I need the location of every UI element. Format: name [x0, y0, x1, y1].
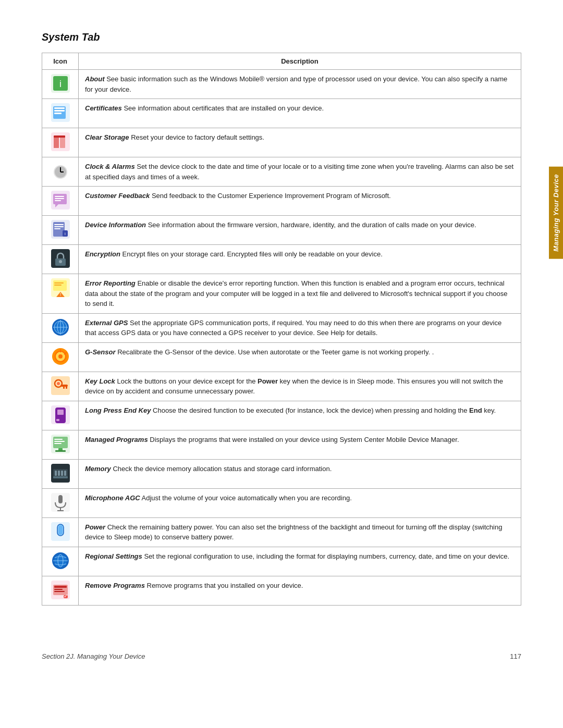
- item-name-11: Long Press End Key: [85, 406, 151, 414]
- clear-storage-icon-img: [51, 132, 70, 151]
- key-lock-icon: [42, 372, 79, 401]
- table-row: ✓Remove Programs Remove programs that yo…: [42, 576, 521, 605]
- power-icon: [42, 517, 79, 547]
- svg-text:i: i: [59, 79, 62, 89]
- svg-rect-27: [54, 228, 60, 229]
- item-name-4: Customer Feedback: [85, 192, 150, 200]
- memory-icon: [42, 459, 79, 488]
- page-title: System Tab: [42, 31, 521, 43]
- desc-cell-6: Encryption Encrypt files on your storage…: [79, 245, 521, 274]
- svg-rect-62: [54, 441, 65, 442]
- long-press-end-key-icon-img: [51, 405, 70, 424]
- table-row: Memory Check the device memory allocatio…: [42, 459, 521, 488]
- svg-rect-69: [58, 471, 60, 476]
- microphone-agc-icon: [42, 488, 79, 517]
- managed-programs-icon: [42, 430, 79, 459]
- svg-rect-88: [54, 591, 65, 592]
- desc-cell-13: Memory Check the device memory allocatio…: [79, 459, 521, 488]
- svg-rect-60: [53, 437, 68, 448]
- item-name-16: Regional Settings: [85, 552, 142, 560]
- external-gps-icon: [42, 313, 79, 342]
- g-sensor-icon-img: [51, 347, 70, 366]
- footer: Section 2J. Managing Your Device 117: [0, 637, 563, 671]
- customer-feedback-icon-img: [51, 191, 70, 209]
- certificates-icon: [42, 99, 79, 128]
- item-name-10: Key Lock: [85, 377, 115, 385]
- regional-settings-icon: [42, 547, 79, 576]
- svg-rect-65: [55, 450, 66, 452]
- svg-rect-79: [58, 525, 63, 535]
- desc-cell-15: Power Check the remaining battery power.…: [79, 517, 521, 547]
- encryption-icon: [42, 245, 79, 274]
- col-header-desc: Description: [79, 53, 521, 70]
- desc-cell-1: Certificates See information about certi…: [79, 99, 521, 128]
- error-reporting-icon: !: [42, 274, 79, 314]
- svg-rect-53: [66, 386, 67, 389]
- table-row: G-Sensor Recalibrate the G-Sensor of the…: [42, 342, 521, 372]
- table-row: Certificates See information about certi…: [42, 99, 521, 128]
- svg-text:i: i: [65, 231, 66, 236]
- table-row: Long Press End Key Choose the desired fu…: [42, 401, 521, 430]
- device-information-icon-img: i: [51, 220, 70, 239]
- desc-cell-0: About See basic information such as the …: [79, 70, 521, 99]
- error-reporting-icon-img: !: [51, 278, 70, 297]
- clock-alarms-icon: [42, 157, 79, 187]
- external-gps-icon-img: [51, 318, 70, 337]
- table-row: Encryption Encrypt files on your storage…: [42, 245, 521, 274]
- item-name-7: Error Reporting: [85, 279, 136, 287]
- sidebar-tab: Managing Your Device: [549, 167, 563, 259]
- svg-rect-87: [54, 589, 63, 590]
- g-sensor-icon: [42, 342, 79, 372]
- svg-rect-7: [54, 113, 62, 114]
- clear-storage-icon: [42, 128, 79, 157]
- svg-rect-6: [54, 110, 65, 112]
- svg-rect-26: [54, 226, 64, 227]
- clock-alarms-icon-img: [51, 162, 70, 180]
- item-name-14: Microphone AGC: [85, 494, 140, 502]
- svg-rect-25: [54, 224, 64, 225]
- main-table: Icon Description iAbout See basic inform…: [42, 53, 521, 606]
- svg-rect-61: [54, 439, 63, 440]
- desc-cell-2: Clear Storage Reset your device to facto…: [79, 128, 521, 157]
- desc-cell-7: Error Reporting Enable or disable the de…: [79, 274, 521, 314]
- item-name-8: External GPS: [85, 319, 128, 327]
- footer-page: 117: [510, 652, 521, 660]
- svg-rect-70: [61, 471, 63, 476]
- item-name-9: G-Sensor: [85, 348, 116, 356]
- svg-point-32: [59, 260, 62, 263]
- about-icon: i: [42, 70, 79, 99]
- desc-cell-3: Clock & Alarms Set the device clock to t…: [79, 157, 521, 187]
- svg-rect-71: [64, 471, 66, 476]
- desc-cell-12: Managed Programs Displays the programs t…: [79, 430, 521, 459]
- svg-rect-5: [54, 107, 65, 109]
- remove-programs-icon: ✓: [42, 576, 79, 605]
- svg-rect-86: [54, 586, 67, 588]
- desc-cell-9: G-Sensor Recalibrate the G-Sensor of the…: [79, 342, 521, 372]
- table-row: Microphone AGC Adjust the volume of your…: [42, 488, 521, 517]
- svg-text:!: !: [59, 292, 61, 297]
- item-name-17: Remove Programs: [85, 582, 145, 589]
- svg-point-46: [58, 354, 63, 359]
- page-container: Managing Your Device System Tab Icon Des…: [0, 0, 563, 637]
- table-row: Clock & Alarms Set the device clock to t…: [42, 157, 521, 187]
- bold-word: Power: [258, 377, 278, 385]
- item-name-12: Managed Programs: [85, 436, 148, 443]
- item-name-6: Encryption: [85, 250, 120, 258]
- item-name-13: Memory: [85, 465, 111, 473]
- svg-rect-72: [53, 476, 68, 478]
- svg-rect-74: [58, 495, 63, 503]
- table-row: iDevice Information See information abou…: [42, 216, 521, 245]
- item-name-3: Clock & Alarms: [85, 163, 135, 170]
- svg-rect-54: [63, 387, 65, 389]
- svg-rect-36: [54, 285, 62, 286]
- managed-programs-icon-img: [51, 435, 70, 453]
- regional-settings-icon-img: [51, 551, 70, 570]
- encryption-icon-img: [51, 249, 70, 268]
- svg-rect-12: [54, 135, 65, 138]
- memory-icon-img: [51, 464, 70, 483]
- item-name-1: Certificates: [85, 104, 122, 112]
- table-row: iAbout See basic information such as the…: [42, 70, 521, 99]
- footer-section: Section 2J. Managing Your Device: [42, 652, 145, 660]
- table-row: Regional Settings Set the regional confi…: [42, 547, 521, 576]
- device-information-icon: i: [42, 216, 79, 245]
